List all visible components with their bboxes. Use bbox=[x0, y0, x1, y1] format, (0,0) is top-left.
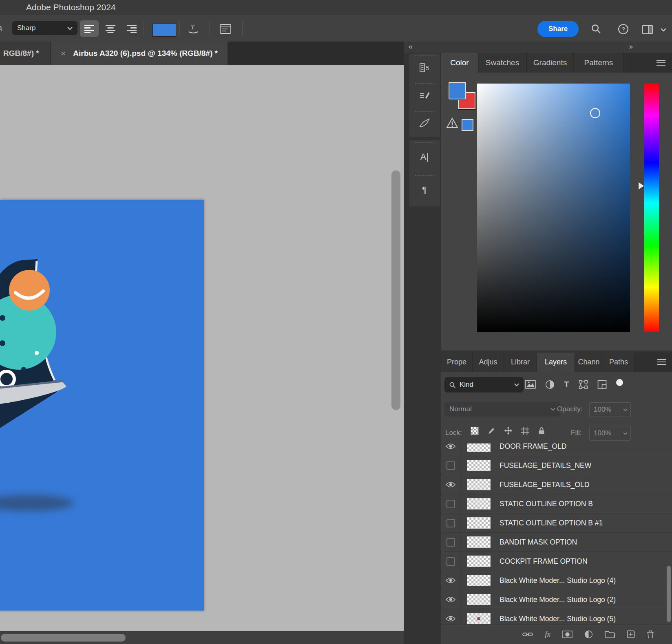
align-left-button[interactable] bbox=[80, 20, 99, 37]
document-tab-inactive[interactable]: RGB/8#) * bbox=[0, 42, 51, 65]
tab-channels[interactable]: Chann bbox=[575, 353, 603, 372]
tab-color[interactable]: Color bbox=[441, 53, 478, 73]
layer-row[interactable]: COCKPIT FRAME OPTION bbox=[441, 552, 672, 571]
brush-settings-panel-button[interactable] bbox=[409, 82, 440, 109]
gamut-color-swatch[interactable] bbox=[462, 119, 473, 131]
layer-filter-dropdown[interactable]: Kind bbox=[444, 377, 524, 393]
layer-name[interactable]: Black White Moder... Studio Logo (4) bbox=[500, 576, 616, 585]
visibility-toggle[interactable] bbox=[441, 552, 460, 571]
text-color-swatch[interactable] bbox=[153, 24, 176, 37]
canvas-vertical-scrollbar[interactable] bbox=[391, 170, 400, 410]
tab-swatches[interactable]: Swatches bbox=[478, 53, 527, 73]
character-panel-button[interactable]: A| bbox=[409, 140, 440, 173]
layer-name[interactable]: BANDIT MASK OPTION bbox=[500, 538, 577, 547]
filter-adjustment-layers-button[interactable] bbox=[545, 380, 555, 389]
tab-gradients[interactable]: Gradients bbox=[527, 53, 574, 73]
collapse-panels-button[interactable]: « bbox=[409, 42, 413, 51]
layer-thumbnail[interactable] bbox=[467, 479, 491, 490]
layers-panel-menu-button[interactable] bbox=[657, 359, 667, 365]
fill-input[interactable]: 100% bbox=[589, 426, 631, 441]
new-group-button[interactable] bbox=[605, 631, 615, 638]
lock-all-icon[interactable] bbox=[538, 427, 545, 435]
opacity-input[interactable]: 100% bbox=[589, 402, 631, 417]
visibility-toggle[interactable] bbox=[441, 494, 460, 513]
filter-toggle-switch[interactable] bbox=[616, 379, 623, 386]
layer-thumbnail[interactable] bbox=[467, 536, 491, 548]
layer-row[interactable]: Black White Moder... Studio Logo (5) bbox=[441, 609, 672, 624]
tab-layers[interactable]: Layers bbox=[537, 353, 575, 372]
layer-thumbnail[interactable] bbox=[467, 594, 491, 605]
add-layer-mask-button[interactable] bbox=[562, 631, 573, 638]
delete-layer-button[interactable] bbox=[647, 630, 654, 638]
document-tab-active[interactable]: × Airbus A320 (6).psd @ 134% (RGB/8#) * bbox=[51, 42, 228, 65]
layer-thumbnail[interactable] bbox=[467, 517, 491, 529]
tab-close-icon[interactable]: × bbox=[61, 49, 66, 58]
visibility-toggle[interactable] bbox=[441, 514, 460, 532]
lock-transparency-icon[interactable] bbox=[471, 427, 479, 435]
hue-slider[interactable] bbox=[644, 84, 659, 332]
canvas-horizontal-scrollbar[interactable] bbox=[0, 631, 404, 644]
align-right-button[interactable] bbox=[122, 20, 141, 37]
layer-row[interactable]: BANDIT MASK OPTION bbox=[441, 533, 672, 552]
filter-pixel-layers-button[interactable] bbox=[525, 380, 536, 389]
horizontal-scroll-thumb[interactable] bbox=[1, 634, 126, 642]
tab-patterns[interactable]: Patterns bbox=[574, 53, 624, 73]
layer-row[interactable]: STATIC OUTLINE OPTION B #1 bbox=[441, 514, 672, 533]
fill-chevron[interactable] bbox=[620, 426, 630, 440]
hue-slider-marker[interactable] bbox=[639, 182, 644, 190]
layer-name[interactable]: Black White Moder... Studio Logo (2) bbox=[500, 595, 616, 604]
anti-alias-dropdown[interactable]: Sharp bbox=[12, 21, 77, 35]
workspace-button[interactable] bbox=[641, 24, 654, 35]
toggle-character-panel-button[interactable] bbox=[215, 22, 236, 36]
lock-position-icon[interactable] bbox=[504, 426, 513, 435]
layer-thumbnail[interactable] bbox=[467, 575, 491, 586]
brushes-panel-button[interactable] bbox=[409, 109, 440, 137]
filter-shape-layers-button[interactable] bbox=[579, 380, 588, 389]
layer-name[interactable]: FUSELAGE_DETAILS_NEW bbox=[500, 461, 591, 470]
search-button[interactable] bbox=[590, 23, 603, 35]
layer-name[interactable]: COCKPIT FRAME OPTION bbox=[500, 557, 588, 566]
layer-name[interactable]: DOOR FRAME_OLD bbox=[500, 443, 566, 451]
paragraph-panel-button[interactable]: ¶ bbox=[409, 173, 440, 206]
opacity-chevron[interactable] bbox=[620, 403, 630, 417]
warp-text-button[interactable]: T bbox=[183, 22, 203, 36]
visibility-toggle[interactable] bbox=[441, 475, 460, 494]
tab-paths[interactable]: Paths bbox=[603, 353, 634, 372]
new-adjustment-layer-button[interactable] bbox=[584, 630, 593, 639]
foreground-color-swatch[interactable] bbox=[449, 82, 466, 99]
visibility-toggle[interactable] bbox=[441, 443, 460, 456]
options-overflow-button[interactable] bbox=[658, 26, 669, 34]
layer-row[interactable]: Black White Moder... Studio Logo (4) bbox=[441, 571, 672, 590]
canvas-area[interactable] bbox=[0, 65, 404, 631]
saturation-brightness-field[interactable] bbox=[477, 84, 630, 332]
tab-properties[interactable]: Prope bbox=[441, 353, 473, 372]
align-center-button[interactable] bbox=[101, 20, 120, 37]
visibility-toggle[interactable] bbox=[441, 571, 460, 590]
layer-thumbnail[interactable] bbox=[467, 498, 491, 509]
layer-name[interactable]: STATIC OUTLINE OPTION B bbox=[500, 500, 593, 508]
expand-panels-button[interactable]: » bbox=[629, 42, 633, 51]
filter-type-layers-button[interactable]: T bbox=[564, 379, 569, 389]
layer-name[interactable]: FUSELAGE_DETAILS_OLD bbox=[500, 481, 589, 489]
layer-style-button[interactable]: fx bbox=[545, 630, 550, 639]
layer-row[interactable]: DOOR FRAME_OLD bbox=[441, 443, 672, 456]
help-button[interactable]: ? bbox=[617, 23, 630, 35]
layer-row[interactable]: STATIC OUTLINE OPTION B bbox=[441, 494, 672, 514]
layer-thumbnail[interactable] bbox=[467, 613, 491, 624]
layer-thumbnail[interactable] bbox=[467, 443, 491, 452]
tab-libraries[interactable]: Librar bbox=[504, 353, 537, 372]
layer-name[interactable]: STATIC OUTLINE OPTION B #1 bbox=[500, 519, 603, 527]
layer-row[interactable]: FUSELAGE_DETAILS_OLD bbox=[441, 475, 672, 494]
layer-row[interactable]: Black White Moder... Studio Logo (2) bbox=[441, 590, 672, 609]
lock-pixels-icon[interactable] bbox=[487, 427, 495, 435]
color-panel-menu-button[interactable] bbox=[657, 60, 666, 66]
glyphs-panel-button[interactable]: 5 bbox=[409, 54, 440, 82]
new-layer-button[interactable] bbox=[627, 630, 635, 638]
visibility-toggle[interactable] bbox=[441, 590, 460, 609]
filter-smart-objects-button[interactable] bbox=[597, 380, 607, 389]
tab-adjustments[interactable]: Adjus bbox=[473, 353, 504, 372]
blend-mode-dropdown[interactable]: Normal bbox=[444, 402, 560, 417]
share-button[interactable]: Share bbox=[537, 21, 579, 37]
layer-row[interactable]: FUSELAGE_DETAILS_NEW bbox=[441, 456, 672, 475]
layer-name[interactable]: Black White Moder... Studio Logo (5) bbox=[500, 615, 616, 623]
